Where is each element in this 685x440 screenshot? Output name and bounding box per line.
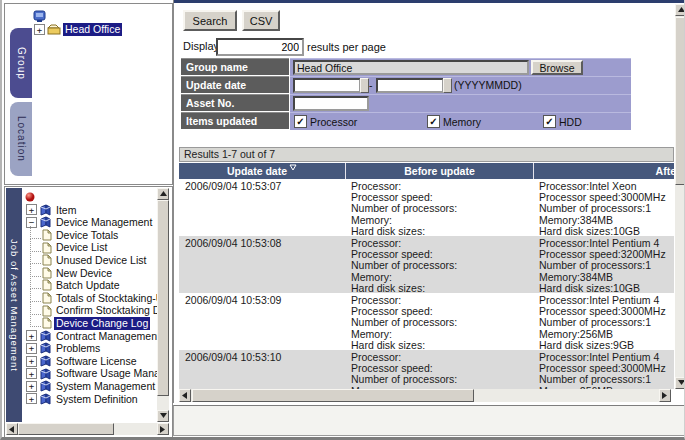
expand-icon[interactable]: + bbox=[26, 343, 37, 354]
checkbox-icon[interactable]: ✓ bbox=[294, 115, 307, 128]
expand-icon[interactable]: + bbox=[26, 330, 37, 341]
date-picker-icon[interactable] bbox=[360, 78, 369, 93]
tree-item[interactable]: Confirm Stocktaking Device bbox=[25, 304, 157, 317]
scroll-right-icon[interactable] bbox=[659, 389, 671, 402]
tree-connector bbox=[30, 251, 41, 264]
scrollbar-thumb[interactable] bbox=[675, 17, 685, 185]
tree-item-label: Software Usage Management bbox=[54, 367, 157, 380]
results-per-page-input[interactable] bbox=[216, 38, 304, 56]
search-form: Group name Browse Update date - (YYYYMMD… bbox=[181, 58, 631, 129]
group-name-field[interactable] bbox=[293, 60, 529, 75]
nav-tree-hscrollbar[interactable] bbox=[6, 423, 169, 435]
tree-item[interactable]: +System Definition bbox=[25, 393, 157, 406]
checkbox-label: Memory bbox=[443, 116, 481, 128]
tree-item[interactable] bbox=[25, 191, 157, 204]
cell-after-update: Processor:Intel Pentium 4Processor speed… bbox=[533, 350, 674, 389]
tree-item[interactable]: New Device bbox=[25, 267, 157, 280]
form-row-update-date: Update date - (YYYYMMDD) bbox=[181, 76, 631, 93]
expand-icon[interactable]: + bbox=[26, 381, 37, 392]
job-nav-tree: +Item−Device ManagementDevice TotalsDevi… bbox=[23, 188, 157, 425]
column-header-after-update[interactable]: After update bbox=[534, 163, 674, 179]
tree-connector bbox=[30, 264, 41, 277]
scroll-right-icon[interactable] bbox=[157, 423, 169, 435]
column-header-update-date[interactable]: Update date bbox=[179, 163, 346, 179]
sort-ascending-icon bbox=[289, 164, 297, 171]
tab-group-label: Group bbox=[16, 47, 27, 80]
book-icon bbox=[39, 330, 52, 342]
tree-item[interactable]: Totals of Stocktaking-Unexe bbox=[25, 292, 157, 305]
checkbox-icon[interactable]: ✓ bbox=[543, 115, 556, 128]
expand-icon[interactable]: + bbox=[34, 24, 45, 35]
expand-icon[interactable]: + bbox=[26, 356, 37, 367]
tab-group[interactable]: Group bbox=[10, 28, 32, 98]
status-strip bbox=[173, 405, 685, 436]
browse-button[interactable]: Browse bbox=[531, 60, 583, 75]
column-header-before-update[interactable]: Before update bbox=[346, 163, 534, 179]
page-icon bbox=[42, 317, 52, 329]
page-icon bbox=[42, 229, 52, 241]
tree-item-label: Problems bbox=[54, 342, 102, 355]
nav-tree-vscrollbar[interactable] bbox=[157, 188, 169, 422]
scrollbar-thumb[interactable] bbox=[192, 389, 474, 402]
tree-connector bbox=[30, 276, 41, 289]
date-format-hint: (YYYYMMDD) bbox=[454, 79, 522, 91]
update-date-to-field[interactable] bbox=[376, 78, 444, 93]
tree-item[interactable]: Device Totals bbox=[25, 229, 157, 242]
cell-update-date: 2006/09/04 10:53:07 bbox=[179, 179, 345, 236]
tree-item[interactable]: +Problems bbox=[25, 342, 157, 355]
item-updated-option: ✓Memory bbox=[427, 115, 481, 128]
expand-icon[interactable]: + bbox=[26, 393, 37, 404]
checkbox-icon[interactable]: ✓ bbox=[427, 115, 440, 128]
tree-item-label: Unused Device List bbox=[54, 254, 148, 267]
search-button[interactable]: Search bbox=[183, 10, 237, 31]
page-icon bbox=[42, 254, 52, 266]
book-icon bbox=[39, 342, 52, 354]
expand-icon[interactable]: + bbox=[26, 204, 37, 215]
results-vscrollbar[interactable] bbox=[675, 4, 685, 389]
page-icon bbox=[42, 305, 52, 317]
tree-item[interactable]: +System Management bbox=[25, 380, 157, 393]
results-hscrollbar[interactable] bbox=[179, 389, 671, 402]
date-picker-icon[interactable] bbox=[443, 78, 452, 93]
tree-item[interactable]: +Software Usage Management bbox=[25, 367, 157, 380]
expand-icon[interactable]: + bbox=[26, 368, 37, 379]
scroll-up-icon[interactable] bbox=[157, 188, 169, 200]
cell-before-update: Processor:Processor speed:Number of proc… bbox=[345, 293, 533, 350]
tree-item-label: Head Office bbox=[63, 23, 122, 36]
job-strip-label: Job of Asset Management bbox=[9, 239, 20, 372]
tree-item[interactable]: Batch Update bbox=[25, 279, 157, 292]
tab-location[interactable]: Location bbox=[10, 102, 32, 176]
tree-item[interactable]: +Software License bbox=[25, 355, 157, 368]
form-row-group-name: Group name Browse bbox=[181, 58, 631, 75]
tree-item[interactable] bbox=[33, 10, 170, 23]
job-nav-panel: Job of Asset Management +Item−Device Man… bbox=[4, 186, 173, 438]
tree-item[interactable]: +Head Office bbox=[33, 23, 170, 36]
cell-update-date: 2006/09/04 10:53:09 bbox=[179, 293, 345, 350]
scroll-down-icon[interactable] bbox=[157, 410, 169, 422]
asset-no-field[interactable] bbox=[293, 96, 369, 111]
tree-item[interactable]: Device Change Log bbox=[25, 317, 157, 330]
tree-item[interactable]: −Device Management bbox=[25, 216, 157, 229]
cell-after-update: Processor:Intel Pentium 4Processor speed… bbox=[533, 236, 674, 293]
scroll-down-icon[interactable] bbox=[675, 377, 685, 389]
tree-item[interactable]: Device List bbox=[25, 241, 157, 254]
cell-before-update: Processor:Processor speed:Number of proc… bbox=[345, 236, 533, 293]
scroll-left-icon[interactable] bbox=[179, 389, 191, 402]
scroll-up-icon[interactable] bbox=[675, 4, 685, 16]
tree-item-label: System Management bbox=[54, 380, 157, 393]
csv-button[interactable]: CSV bbox=[242, 10, 280, 31]
scrollbar-thumb[interactable] bbox=[18, 423, 114, 435]
panel-top-accent bbox=[174, 0, 685, 3]
job-strip-title: Job of Asset Management bbox=[6, 188, 22, 422]
scroll-left-icon[interactable] bbox=[6, 423, 18, 435]
tree-item[interactable]: +Contract Management bbox=[25, 330, 157, 343]
tree-item[interactable]: Unused Device List bbox=[25, 254, 157, 267]
scrollbar-thumb[interactable] bbox=[157, 200, 169, 396]
book-icon bbox=[39, 368, 52, 380]
update-date-from-field[interactable] bbox=[293, 78, 361, 93]
page-icon bbox=[42, 242, 52, 254]
cell-after-update: Processor:Intel XeonProcessor speed:3000… bbox=[533, 179, 674, 236]
book-icon bbox=[39, 204, 52, 216]
results-summary: Results 1-7 out of 7 bbox=[179, 147, 674, 162]
tree-item[interactable]: +Item bbox=[25, 204, 157, 217]
